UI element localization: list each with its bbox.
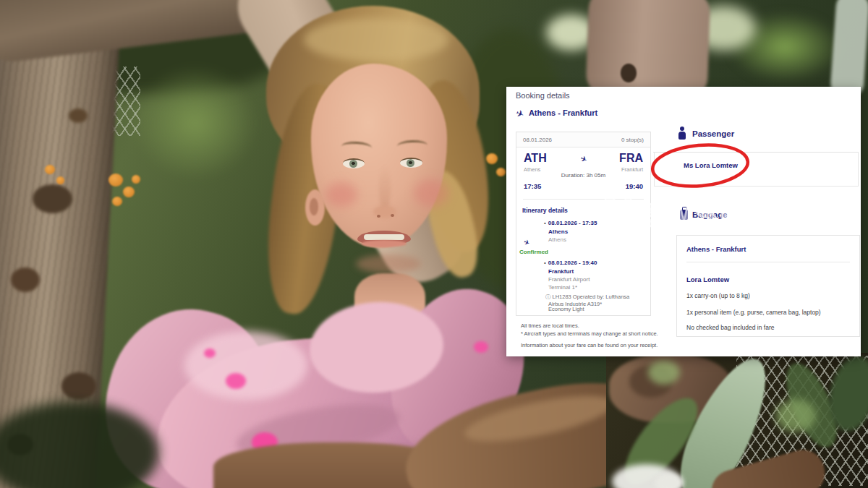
orange-fruit (112, 197, 122, 206)
route-label: Athens - Frankfurt (529, 108, 597, 117)
woman-nose (377, 215, 380, 218)
plane-icon: ✈ (524, 239, 529, 247)
footnote: * Aircraft types and terminals may chang… (521, 331, 658, 338)
info-icon: ⓘ (545, 294, 551, 300)
flight-operator-info: ⓘLH1283 Operated by: Lufthansa (545, 294, 629, 301)
pink-scarf (184, 331, 307, 400)
baggage-passenger-name: Lora Lomtew (686, 276, 729, 284)
tree-knot (621, 64, 637, 82)
arrival-datetime: •08.01.2026 - 19:40 (544, 260, 597, 266)
orange-fruit (56, 176, 64, 184)
orange-fruit (496, 168, 506, 176)
woman-hair (304, 18, 448, 61)
arrival-time: 19:40 (626, 183, 643, 191)
tree-knot (11, 267, 40, 292)
news-composite-image: Booking details ✈Athens - Frankfurt 08.0… (0, 0, 868, 488)
departure-time: 17:35 (524, 183, 541, 191)
baggage-route: Athens - Frankfurt (686, 246, 746, 254)
footnote: All times are local times. (521, 323, 579, 330)
orange-fruit (123, 187, 135, 197)
arrival-terminal: Terminal 1* (548, 284, 577, 291)
light-spot (775, 399, 816, 432)
itinerary-heading: Itinerary details (522, 207, 568, 215)
flight-date: 08.01.2026 (523, 137, 552, 143)
orange-fruit (45, 165, 55, 174)
divider (686, 262, 850, 262)
passenger-icon (678, 127, 686, 140)
woman-ear (310, 198, 318, 215)
baggage-item: 1x personal item (e.g. purse, camera bag… (686, 309, 821, 317)
scarf-pink-spot (226, 373, 246, 389)
baggage-heading: Baggage (692, 210, 728, 220)
woman-cheek (326, 182, 357, 207)
baggage-item: No checked bag included in fare (686, 325, 774, 332)
stops-label: 0 stop(s) (621, 137, 644, 143)
tree-trunk (585, 0, 710, 100)
woman-nose (391, 214, 394, 217)
orange-fruit (132, 175, 140, 184)
scarf-pink-spot (204, 348, 216, 358)
light-spot (648, 360, 680, 385)
route-header: ✈Athens - Frankfurt (516, 108, 597, 120)
bullet-icon: • (544, 220, 546, 226)
orange-fruit (109, 174, 123, 187)
bullet-icon: • (544, 260, 546, 266)
tree-knot (69, 108, 88, 123)
flight-duration: Duration: 3h 05m (516, 172, 650, 179)
tree-knot (61, 372, 96, 400)
flight-date-row: 08.01.2026 0 stop(s) (516, 132, 650, 147)
footnote: Information about your fare can be found… (521, 343, 658, 349)
woman-teeth (364, 234, 404, 240)
departure-datetime: •08.01.2026 - 17:35 (544, 220, 597, 226)
woman-jaw-shadow (356, 254, 421, 273)
woman-eye (343, 158, 365, 168)
tree-branch (830, 0, 868, 98)
status-badge: Confirmed (519, 249, 548, 255)
arrival-airport: Frankfurt Airport (548, 276, 590, 283)
scarf-pink-spot (474, 341, 488, 353)
arrival-city: Frankfurt (548, 268, 574, 275)
departure-airport: Athens (548, 236, 566, 243)
baggage-item: 1x carry-on (up to 8 kg) (686, 293, 750, 300)
booking-panel: Booking details ✈Athens - Frankfurt 08.0… (506, 87, 861, 356)
fare-class: Economy Light (548, 307, 584, 313)
flight-card: 08.01.2026 0 stop(s) ATH ✈ FRA Athens Fr… (516, 132, 651, 316)
woman-eye (400, 158, 422, 168)
passenger-heading: Passenger (692, 129, 734, 139)
baggage-card: Athens - Frankfurt Lora Lomtew 1x carry-… (676, 235, 860, 337)
plane-icon: ✈ (514, 108, 525, 121)
divider (523, 199, 644, 200)
departure-city: Athens (548, 228, 568, 235)
baggage-icon (680, 210, 688, 220)
tree-knot (33, 184, 72, 213)
woman-cheek (414, 179, 448, 207)
red-circle-annotation (648, 142, 752, 189)
destination-airport-code: FRA (619, 152, 643, 165)
white-fur (655, 474, 684, 488)
orange-fruit (486, 153, 498, 164)
woman-mouth (362, 240, 407, 247)
booking-details-title: Booking details (516, 91, 570, 100)
